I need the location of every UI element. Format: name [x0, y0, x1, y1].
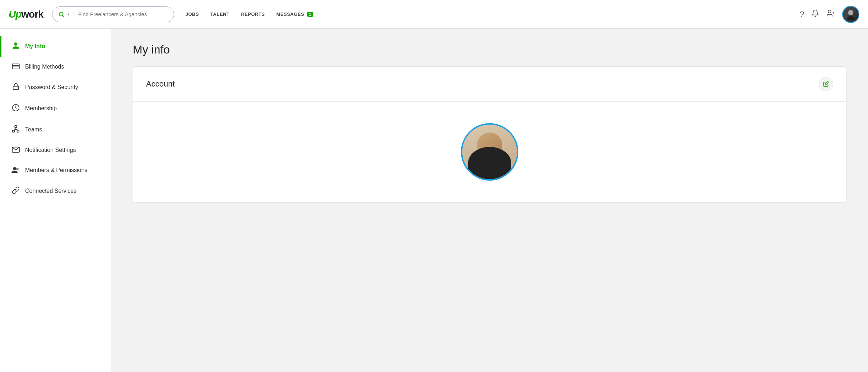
profile-avatar[interactable] [461, 123, 518, 181]
sidebar-item-notification-settings[interactable]: Notification Settings [0, 140, 111, 160]
sidebar-label-teams: Teams [25, 126, 42, 134]
help-icon[interactable]: ? [800, 10, 804, 19]
avatar-image [843, 6, 859, 22]
svg-rect-9 [13, 86, 19, 89]
app-header: Upwork ▾ JOBS TALENT REPORTS MESSAGES 1 … [0, 0, 868, 29]
sidebar-label-my-info: My Info [25, 43, 45, 50]
profile-body [468, 147, 511, 179]
edit-account-button[interactable] [819, 77, 833, 91]
account-section-title: Account [146, 79, 175, 89]
svg-point-2 [828, 10, 831, 13]
svg-point-19 [16, 168, 19, 170]
connected-icon [11, 186, 20, 196]
mail-icon [11, 146, 20, 154]
svg-line-1 [62, 15, 64, 17]
search-dropdown-caret[interactable]: ▾ [67, 12, 69, 16]
svg-rect-13 [17, 130, 19, 132]
nav-messages[interactable]: MESSAGES 1 [276, 11, 313, 17]
search-bar[interactable]: ▾ [52, 6, 174, 22]
page-title: My info [133, 43, 846, 56]
sidebar-item-billing-methods[interactable]: Billing Methods [0, 57, 111, 77]
notifications-icon[interactable] [811, 9, 819, 19]
search-divider [74, 11, 74, 18]
svg-point-5 [848, 10, 853, 15]
svg-point-6 [847, 16, 855, 20]
svg-line-15 [14, 129, 16, 130]
sidebar-label-billing-methods: Billing Methods [25, 63, 64, 71]
lock-icon [11, 83, 20, 92]
svg-point-0 [59, 12, 63, 16]
svg-point-18 [13, 167, 16, 170]
sidebar-item-my-info[interactable]: My Info [0, 36, 111, 57]
account-section-header: Account [133, 67, 846, 102]
sidebar-label-connected-services: Connected Services [25, 187, 76, 195]
messages-badge: 1 [307, 12, 313, 17]
svg-rect-11 [15, 126, 17, 128]
sidebar-item-membership[interactable]: Membership [0, 98, 111, 119]
svg-line-16 [16, 129, 18, 130]
sidebar: My Info Billing Methods Password & Secur… [0, 29, 111, 372]
person-icon [11, 42, 20, 51]
clock-icon [11, 104, 20, 113]
nav-talent[interactable]: TALENT [210, 11, 229, 17]
sidebar-item-members-permissions[interactable]: Members & Permissions [0, 160, 111, 181]
members-icon [11, 166, 20, 175]
sidebar-label-members-permissions: Members & Permissions [25, 167, 87, 174]
sidebar-item-connected-services[interactable]: Connected Services [0, 181, 111, 202]
teams-icon [11, 125, 20, 135]
add-user-icon[interactable] [826, 9, 835, 20]
logo-up: Up [9, 9, 21, 20]
sidebar-item-teams[interactable]: Teams [0, 119, 111, 140]
nav-jobs[interactable]: JOBS [186, 11, 199, 17]
sidebar-label-membership: Membership [25, 105, 57, 112]
sidebar-label-password-security: Password & Security [25, 84, 78, 91]
main-layout: My Info Billing Methods Password & Secur… [0, 29, 868, 372]
svg-rect-12 [13, 130, 15, 132]
svg-rect-8 [12, 65, 19, 66]
user-avatar[interactable] [842, 6, 859, 23]
search-icon [58, 11, 65, 18]
nav-reports[interactable]: REPORTS [241, 11, 265, 17]
account-card: Account [133, 66, 846, 203]
profile-photo-section [133, 102, 846, 202]
logo[interactable]: Upwork [9, 9, 43, 20]
logo-work: work [21, 9, 43, 20]
main-nav: JOBS TALENT REPORTS MESSAGES 1 [186, 11, 800, 17]
sidebar-item-password-security[interactable]: Password & Security [0, 77, 111, 98]
header-icons: ? [800, 6, 859, 23]
main-content: My info Account [111, 29, 868, 372]
search-input[interactable] [78, 11, 168, 17]
profile-photo [462, 125, 517, 179]
billing-icon [11, 63, 20, 71]
sidebar-label-notification-settings: Notification Settings [25, 147, 76, 154]
